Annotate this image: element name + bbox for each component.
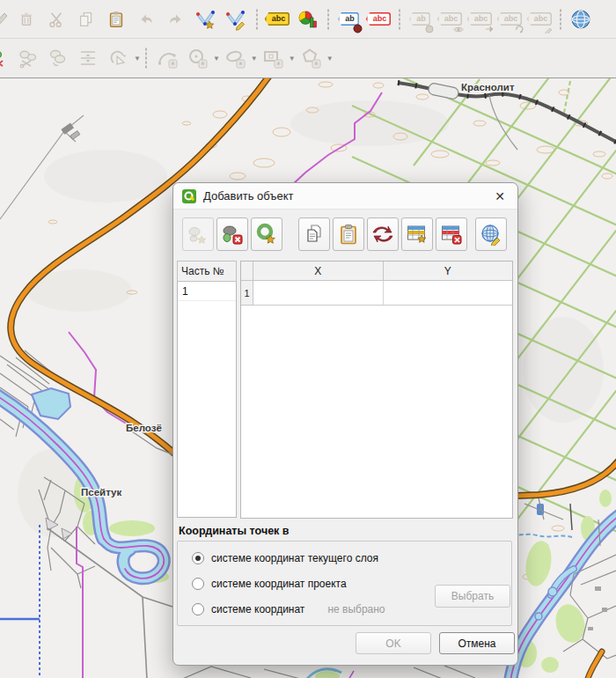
show-hide-labels-button[interactable]: abc [436, 5, 463, 33]
abc-yellow-icon: abc [265, 12, 290, 26]
svg-text:✳: ✳ [238, 60, 244, 68]
dialog-toolbar [182, 217, 510, 252]
split-parts-button[interactable] [45, 44, 71, 72]
add-ring-button[interactable] [251, 217, 282, 251]
svg-text:✳: ✳ [275, 60, 282, 68]
layer-labeling-button[interactable]: abc [264, 5, 290, 33]
delete-part-button[interactable] [216, 217, 248, 251]
coords-group-title: Координаты точек в [179, 525, 290, 537]
toolbar-separator [396, 8, 402, 31]
pin-labels-button[interactable]: ab [335, 5, 362, 33]
vertex-tool-all-layers-button[interactable] [193, 5, 219, 33]
qgis-window: abc ab abc ab abc abc [0, 0, 616, 678]
cut-features-button[interactable] [43, 5, 70, 33]
toolbar-separator [253, 8, 260, 31]
add-regular-polygon-button[interactable]: ✳ [297, 44, 324, 72]
radio-layer-crs[interactable]: системе координат текущего слоя [192, 552, 378, 564]
row-header[interactable]: 1 [241, 281, 253, 306]
svg-text:✳: ✳ [313, 60, 319, 68]
toolbar-separator [143, 47, 150, 70]
add-ellipse-button[interactable]: ✳ [222, 44, 248, 72]
rotate-badge [515, 25, 524, 35]
choose-crs-button[interactable]: Выбрать [435, 585, 510, 608]
copy-coordinates-button[interactable] [298, 217, 330, 251]
move-label-button[interactable]: abc [466, 5, 493, 33]
pin-unpin-labels-button[interactable]: ab [407, 5, 433, 33]
ok-button[interactable]: OK [356, 632, 431, 654]
radio-custom-crs[interactable]: системе координат не выбрано [192, 603, 385, 615]
dropdown-caret[interactable]: ▼ [326, 55, 334, 63]
metasearch-globe-button[interactable] [568, 5, 594, 33]
coordinates-table: X Y 1 [240, 261, 513, 519]
pin-gray-badge [425, 25, 434, 35]
radio-button[interactable] [192, 578, 204, 590]
parts-header: Часть № [177, 261, 237, 282]
place-label-belozyo: Белозё [126, 423, 162, 433]
vertex-tool-current-layer-button[interactable] [223, 5, 249, 33]
move-arrow-badge [485, 25, 494, 35]
close-icon[interactable]: ✕ [491, 188, 509, 205]
table-corner-cell [241, 262, 253, 281]
radio-layer-label: системе координат текущего слоя [211, 552, 378, 564]
cell-y[interactable] [384, 281, 513, 306]
abc-gray-icon: abc [437, 12, 463, 26]
add-circular-string-button[interactable]: ✳ [154, 44, 180, 72]
dialog-title-bar[interactable]: Добавить объект ✕ [173, 183, 517, 210]
radio-button-checked[interactable] [192, 552, 204, 564]
crs-status-text: не выбрано [327, 603, 385, 615]
cancel-button[interactable]: Отмена [439, 632, 515, 654]
svg-text:✳: ✳ [200, 60, 206, 68]
coords-group-box: системе координат текущего слоя системе … [177, 541, 512, 626]
digitizing-toolbar: abc ab abc ab abc abc [0, 0, 616, 39]
merge-features-button[interactable] [75, 44, 101, 72]
add-feature-dialog: Добавить объект ✕ [172, 182, 518, 666]
svg-text:✳: ✳ [170, 60, 176, 68]
dropdown-caret[interactable]: ▼ [134, 55, 141, 63]
toolbar-separator [325, 8, 331, 31]
dialog-title: Добавить объект [203, 189, 293, 203]
rotate-label-button[interactable]: abc [496, 5, 523, 33]
add-row-button[interactable] [401, 217, 433, 251]
pin-ball-badge [353, 24, 363, 35]
split-features-button[interactable] [15, 44, 41, 72]
parts-list-item[interactable]: 1 [178, 282, 236, 301]
dropdown-caret[interactable]: ▼ [213, 55, 220, 63]
parts-list[interactable]: 1 [177, 282, 237, 518]
place-label-krasnolit: Краснолит [461, 82, 515, 92]
rotate-feature-button[interactable] [105, 44, 131, 72]
column-header-x[interactable]: X [253, 262, 384, 281]
advanced-digitizing-toolbar: ▼ ✳ ✳ ▼ ✳ ▼ ✳ ▼ ✳ ▼ [0, 39, 616, 77]
undo-button[interactable] [133, 5, 159, 33]
highlight-pinned-labels-button[interactable]: abc [365, 5, 392, 33]
paste-features-button[interactable] [103, 5, 129, 33]
main-toolbars: abc ab abc ab abc abc [0, 0, 616, 78]
reverse-order-button[interactable] [367, 217, 399, 251]
paste-coordinates-button[interactable] [333, 217, 364, 251]
coordinates-table-header: X Y [241, 262, 512, 281]
eye-badge [453, 26, 464, 35]
set-crs-button[interactable] [475, 217, 507, 251]
parts-table: Часть № 1 [177, 261, 237, 518]
change-label-button[interactable]: abc [526, 5, 553, 33]
reverse-line-icon[interactable] [0, 44, 13, 72]
add-circle-button[interactable]: ✳ [184, 44, 210, 72]
layer-diagram-button[interactable] [294, 5, 320, 33]
abc-red-icon: abc [366, 12, 392, 26]
radio-button[interactable] [192, 603, 204, 615]
dropdown-caret[interactable]: ▼ [251, 55, 258, 63]
table-row: 1 [241, 281, 512, 306]
delete-row-button[interactable] [436, 217, 467, 251]
radio-project-crs[interactable]: системе координат проекта [192, 578, 347, 590]
redo-button[interactable] [163, 5, 189, 33]
pencil-badge [545, 25, 554, 35]
copy-features-button[interactable] [73, 5, 99, 33]
add-part-button[interactable] [182, 217, 214, 251]
toggle-editing-icon[interactable] [0, 5, 11, 33]
qgis-logo-icon [182, 189, 196, 203]
add-rectangle-button[interactable]: ✳ [260, 44, 286, 72]
column-header-y[interactable]: Y [384, 262, 513, 281]
cell-x[interactable] [253, 281, 384, 306]
dropdown-caret[interactable]: ▼ [289, 55, 296, 63]
delete-selected-button[interactable] [13, 5, 40, 33]
radio-project-label: системе координат проекта [211, 578, 347, 590]
